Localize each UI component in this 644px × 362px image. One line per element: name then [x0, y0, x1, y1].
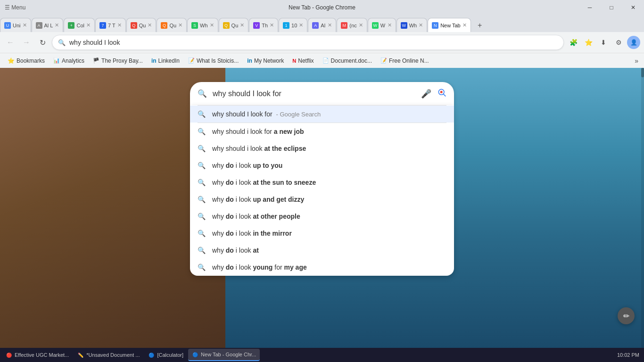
- toolbar-icons: 🧩 ⭐ ⬇ ⚙ 👤: [567, 36, 640, 49]
- tab-close[interactable]: ✕: [328, 22, 332, 28]
- tab-nc[interactable]: M (nc ✕: [337, 18, 367, 32]
- tab-close[interactable]: ✕: [240, 22, 244, 28]
- svg-point-2: [440, 91, 443, 93]
- tab-qu1[interactable]: Q Qu ✕: [126, 18, 157, 32]
- suggestion-item[interactable]: 🔍 why do i look up and get dizzy: [190, 191, 454, 208]
- suggestion-item[interactable]: 🔍 why do i look up to you: [190, 157, 454, 174]
- address-bar[interactable]: 🔍 why should I look: [52, 35, 564, 50]
- suggestion-text: why do i look at the sun to sneeze: [212, 179, 446, 186]
- downloads-icon[interactable]: ⬇: [597, 36, 610, 49]
- tab-label: Qu: [169, 23, 176, 28]
- minimize-button[interactable]: ─: [579, 0, 601, 15]
- scroll-thumb[interactable]: [641, 68, 644, 77]
- settings-icon[interactable]: ⚙: [612, 36, 625, 49]
- tab-al[interactable]: A Al L ✕: [32, 18, 64, 32]
- voice-search-icon[interactable]: 🎤: [421, 89, 431, 99]
- main-content: 🔍 🎤 🔍 why should I look for - Google Sea…: [0, 68, 644, 348]
- suggestion-item[interactable]: 🔍 why do i look young for my age: [190, 259, 454, 276]
- close-button[interactable]: ✕: [622, 0, 644, 15]
- tab-qu3[interactable]: Q Qu ✕: [219, 18, 249, 32]
- tab-close[interactable]: ✕: [419, 22, 423, 28]
- bookmark-star[interactable]: ⭐ Bookmarks: [4, 55, 49, 66]
- taskbar-item-ugc[interactable]: 🔴 Effective UGC Market...: [2, 349, 73, 361]
- tab-label: Qu: [139, 23, 146, 28]
- freeonline-icon: 📝: [380, 58, 387, 64]
- tab-close[interactable]: ✕: [178, 22, 182, 28]
- tab-label: Uni: [13, 23, 21, 28]
- bookmark-freeonline[interactable]: 📝 Free Online N...: [377, 55, 433, 66]
- bookmark-document[interactable]: 📄 Document.doc...: [319, 55, 376, 66]
- taskbar-favicon: ✏️: [77, 352, 84, 358]
- search-icon: 🔍: [198, 247, 206, 254]
- mynetwork-icon: in: [247, 58, 252, 64]
- tab-th[interactable]: V Th ✕: [249, 18, 278, 32]
- bookmark-analytics[interactable]: 📊 Analytics: [50, 55, 88, 66]
- tab-wh2[interactable]: W Wh ✕: [396, 18, 428, 32]
- tab-label: W: [380, 23, 385, 28]
- tab-close[interactable]: ✕: [270, 22, 274, 28]
- tab-al2[interactable]: A Al ✕: [308, 18, 336, 32]
- tab-wh[interactable]: S Wh ✕: [187, 18, 218, 32]
- suggestion-item[interactable]: 🔍 why do i look in the mirror: [190, 225, 454, 242]
- bookmarks-more-button[interactable]: »: [633, 57, 640, 65]
- tab-close[interactable]: ✕: [462, 22, 467, 28]
- tab-qu2[interactable]: Q Qu ✕: [157, 18, 187, 32]
- tab-close[interactable]: ✕: [55, 22, 59, 28]
- taskbar-item-calculator[interactable]: 🔵 [Calculator]: [144, 349, 187, 361]
- suggestion-item[interactable]: 🔍 why should i look for a new job: [190, 123, 454, 140]
- bookmark-mynetwork[interactable]: in My Network: [243, 55, 288, 66]
- back-button[interactable]: ←: [4, 36, 17, 49]
- tab-label: 10: [291, 23, 297, 28]
- suggestion-item[interactable]: 🔍 why do i look at other people: [190, 208, 454, 225]
- new-tab-button[interactable]: +: [473, 19, 487, 32]
- bookmark-icon[interactable]: ⭐: [582, 36, 595, 49]
- extensions-icon[interactable]: 🧩: [567, 36, 580, 49]
- tab-close[interactable]: ✕: [117, 22, 122, 28]
- tab-newtab[interactable]: N New Tab ✕: [428, 18, 471, 32]
- tab-close[interactable]: ✕: [299, 22, 303, 28]
- taskbar-item-document[interactable]: ✏️ *Unsaved Document ...: [74, 349, 143, 361]
- star-icon: ⭐: [8, 58, 15, 64]
- tab-w[interactable]: W W ✕: [368, 18, 396, 32]
- tab-10[interactable]: 1 10 ✕: [279, 18, 307, 32]
- suggestion-item[interactable]: 🔍 why should I look for - Google Search: [190, 106, 454, 123]
- document-icon: 📄: [322, 58, 329, 64]
- tab-close[interactable]: ✕: [210, 22, 214, 28]
- taskbar: 🔴 Effective UGC Market... ✏️ *Unsaved Do…: [0, 348, 644, 362]
- tab-col[interactable]: + Col ✕: [64, 18, 95, 32]
- bookmark-linkedin[interactable]: in LinkedIn: [148, 55, 183, 66]
- tab-label: Al: [321, 23, 325, 28]
- suggestion-item[interactable]: 🔍 why should i look at the eclipse: [190, 140, 454, 157]
- tab-close[interactable]: ✕: [388, 22, 392, 28]
- profile-icon[interactable]: 👤: [627, 36, 640, 49]
- maximize-button[interactable]: □: [601, 0, 622, 15]
- taskbar-favicon: 🔵: [192, 351, 198, 358]
- bookmark-stoicism[interactable]: 📝 What Is Stoicis...: [184, 55, 242, 66]
- edit-fab-button[interactable]: ✏: [618, 307, 635, 324]
- tab-7t[interactable]: 7 7 T ✕: [95, 18, 126, 32]
- netflix-icon: N: [292, 58, 296, 64]
- search-icon: 🔍: [198, 179, 206, 186]
- suggestions-dropdown: 🔍 why should I look for - Google Search …: [190, 105, 454, 276]
- refresh-button[interactable]: ↻: [36, 36, 49, 49]
- bookmark-proxy[interactable]: 🏴 The Proxy Bay...: [89, 55, 147, 66]
- tab-close[interactable]: ✕: [359, 22, 363, 28]
- bookmark-netflix[interactable]: N Netflix: [289, 55, 317, 66]
- suggestion-text: why do i look up and get dizzy: [212, 196, 446, 203]
- suggestion-item[interactable]: 🔍 why do i look at: [190, 242, 454, 259]
- bookmarks-bar: ⭐ Bookmarks 📊 Analytics 🏴 The Proxy Bay.…: [0, 53, 644, 68]
- taskbar-item-chrome[interactable]: 🔵 New Tab - Google Chr...: [188, 349, 260, 361]
- forward-button[interactable]: →: [20, 36, 33, 49]
- address-input[interactable]: why should I look: [69, 39, 558, 46]
- tab-close[interactable]: ✕: [148, 22, 152, 28]
- tab-close[interactable]: ✕: [23, 22, 27, 28]
- tab-uni[interactable]: U Uni ✕: [0, 18, 31, 32]
- search-box: 🔍 🎤: [190, 82, 454, 105]
- suggestion-text: why should i look for a new job: [212, 128, 446, 135]
- menu-icon[interactable]: ☰ Menu: [5, 4, 25, 11]
- bookmark-label: The Proxy Bay...: [101, 58, 143, 64]
- suggestion-item[interactable]: 🔍 why do i look at the sun to sneeze: [190, 174, 454, 191]
- tab-close[interactable]: ✕: [86, 22, 91, 28]
- google-search-input[interactable]: [213, 90, 415, 98]
- image-search-icon[interactable]: [437, 88, 446, 99]
